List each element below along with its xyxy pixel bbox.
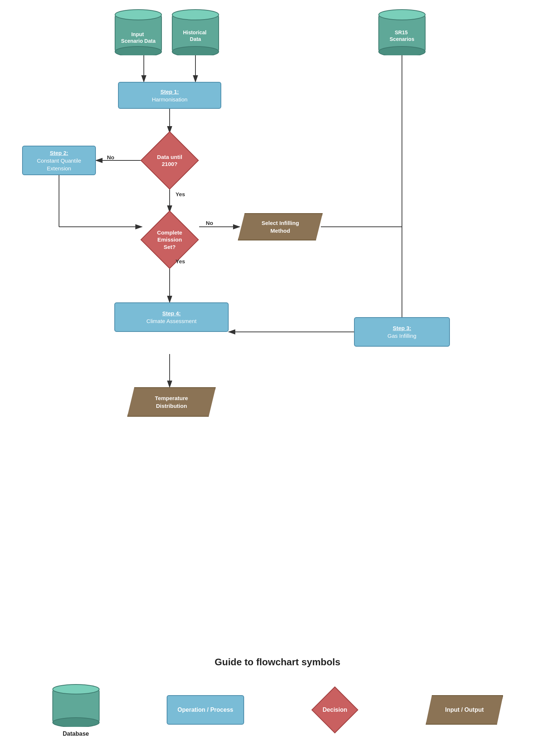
step3-label: Step 3: <box>393 325 411 331</box>
step2-body: Constant QuantileExtension <box>37 157 81 171</box>
svg-point-24 <box>379 46 425 55</box>
yes1-label: Yes <box>176 191 185 197</box>
guide-section: Guide to flowchart symbols Database Oper… <box>0 645 555 748</box>
svg-point-16 <box>115 46 162 55</box>
decision2: CompleteEmissionSet? <box>140 210 199 269</box>
step4-body: Climate Assessment <box>146 318 197 324</box>
select-infilling-box: Select InfillingMethod <box>238 213 323 240</box>
svg-point-21 <box>172 10 219 20</box>
svg-point-20 <box>172 46 219 55</box>
guide-decision-label-text: Decision <box>323 707 347 713</box>
guide-title: Guide to flowchart symbols <box>22 656 533 668</box>
guide-decision-shape: Decision <box>311 686 359 734</box>
decision1: Data until2100? <box>140 131 199 190</box>
step3-body: Gas Infilling <box>388 333 416 339</box>
svg-point-29 <box>53 684 99 694</box>
no1-label: No <box>107 154 114 160</box>
step4-box: Step 4: Climate Assessment <box>114 302 229 332</box>
guide-items: Database Operation / Process Decision In… <box>22 683 533 737</box>
guide-database-label: Database <box>63 731 89 737</box>
svg-point-17 <box>115 10 162 20</box>
flowchart: Input Scenario Data Historical Data SR15… <box>0 0 555 645</box>
guide-io-shape: Input / Output <box>426 695 503 725</box>
guide-process-shape: Operation / Process <box>167 695 244 725</box>
arrows-svg <box>0 0 555 645</box>
sr15-scenarios-cylinder: SR15 Scenarios <box>378 7 426 55</box>
svg-point-28 <box>53 718 99 727</box>
step3-box: Step 3: Gas Infilling <box>354 317 450 347</box>
yes2-label: Yes <box>176 258 185 264</box>
guide-process-item: Operation / Process <box>167 695 244 725</box>
guide-database-item: Database <box>52 683 100 737</box>
step1-box: Step 1: Harmonisation <box>118 82 221 109</box>
step4-label: Step 4: <box>162 310 181 316</box>
step1-label: Step 1: <box>160 89 179 95</box>
step2-box: Step 2: Constant QuantileExtension <box>22 146 96 175</box>
step2-label: Step 2: <box>50 150 68 156</box>
historical-data-cylinder: Historical Data <box>171 7 219 55</box>
guide-io-label-text: Input / Output <box>445 707 484 713</box>
temperature-dist-box: TemperatureDistribution <box>127 387 216 417</box>
svg-point-25 <box>379 10 425 20</box>
step1-body: Harmonisation <box>152 96 188 103</box>
guide-io-item: Input / Output <box>426 695 503 725</box>
no2-label: No <box>206 220 213 226</box>
guide-process-label-text: Operation / Process <box>177 707 233 713</box>
guide-decision-item: Decision <box>311 686 359 734</box>
input-scenario-cylinder: Input Scenario Data <box>114 7 162 55</box>
